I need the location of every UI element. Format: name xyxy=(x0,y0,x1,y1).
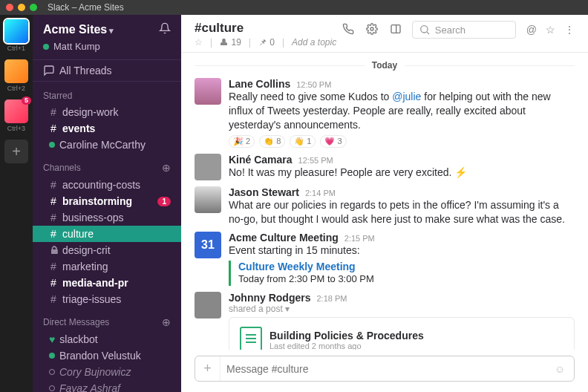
workspace-switcher[interactable]: Acme Sites xyxy=(43,23,114,36)
member-count[interactable]: 👤︎ 19 xyxy=(220,37,241,48)
sidebar-item-business-ops[interactable]: #business-ops xyxy=(33,209,181,226)
sidebar-dm-slackbot[interactable]: ♥︎slackbot xyxy=(33,331,181,347)
add-topic[interactable]: Add a topic xyxy=(292,37,336,48)
author[interactable]: Kiné Camara xyxy=(229,154,293,166)
timestamp: 12:55 PM xyxy=(298,156,333,165)
phone-icon[interactable] xyxy=(342,23,354,37)
author[interactable]: Johnny Rodgers xyxy=(229,292,310,304)
timestamp: 2:18 PM xyxy=(316,294,347,303)
sidebar-item-design-work[interactable]: #design-work xyxy=(33,104,181,120)
presence-icon xyxy=(43,44,49,50)
sidebar-dm[interactable]: Brandon Velustuk xyxy=(33,347,181,364)
team-switcher: Ctrl+1 Ctrl+2 5 Ctrl+3 + xyxy=(0,15,33,392)
message-composer: + ☺︎ xyxy=(195,356,575,382)
timestamp: 2:15 PM xyxy=(344,234,375,243)
message[interactable]: Jason Stewart2:14 PM What are our polici… xyxy=(181,183,588,229)
svg-point-0 xyxy=(370,27,373,30)
team-2[interactable] xyxy=(4,59,28,83)
reaction[interactable]: 👋1 xyxy=(290,135,316,148)
search-input[interactable]: Search xyxy=(412,21,516,39)
mention[interactable]: @julie xyxy=(392,91,421,102)
team-badge: 5 xyxy=(22,97,31,105)
team-shortcut: Ctrl+1 xyxy=(7,45,25,52)
reaction[interactable]: 💗3 xyxy=(320,135,346,148)
message-input[interactable] xyxy=(220,357,546,381)
unread-badge: 1 xyxy=(157,197,171,206)
sidebar-item-caroline[interactable]: Caroline McCarthy xyxy=(33,137,181,153)
team-shortcut: Ctrl+2 xyxy=(7,85,25,92)
message[interactable]: 31 Acme Culture Meeting2:15 PM Event sta… xyxy=(181,229,588,288)
author[interactable]: Lane Collins xyxy=(229,78,290,90)
sidebar-item-accounting[interactable]: #accounting-costs xyxy=(33,177,181,193)
window-minimize[interactable] xyxy=(18,4,25,11)
sidebar-item-media[interactable]: #media-and-pr xyxy=(33,275,181,291)
calendar-icon: 31 xyxy=(195,232,221,258)
threads-icon xyxy=(43,65,55,76)
add-channel-button[interactable]: ⊕ xyxy=(162,162,171,174)
message[interactable]: Lane Collins12:50 PM Really need to give… xyxy=(181,75,588,151)
window-title: Slack – Acme Sites xyxy=(48,2,124,13)
avatar[interactable] xyxy=(195,154,221,180)
post-attachment[interactable]: Building Policies & Procedures Last edit… xyxy=(229,317,575,350)
timestamp: 12:50 PM xyxy=(296,80,331,89)
message-text: No! It was my pleasure! People are very … xyxy=(229,166,575,180)
pin-count[interactable]: 📌︎ 0 xyxy=(258,37,275,48)
sidebar-item-events[interactable]: #events xyxy=(33,120,181,137)
message-text: What are our policies in regards to pets… xyxy=(229,198,575,226)
sidebar-item-design-crit[interactable]: 🔒︎design-crit xyxy=(33,242,181,258)
avatar[interactable] xyxy=(195,292,221,318)
main-pane: #culture ☆| 👤︎ 19| 📌︎ 0| Add a topic xyxy=(181,15,588,392)
author[interactable]: Acme Culture Meeting xyxy=(229,232,339,244)
bell-icon[interactable] xyxy=(159,22,171,36)
message-list[interactable]: Today Lane Collins12:50 PM Really need t… xyxy=(181,53,588,350)
timestamp: 2:14 PM xyxy=(305,189,336,197)
window-close[interactable] xyxy=(6,4,13,11)
sidebar-item-culture[interactable]: #culture xyxy=(33,226,181,242)
add-team-button[interactable]: + xyxy=(4,140,28,163)
new-dm-button[interactable]: ⊕ xyxy=(162,316,171,328)
starred-icon[interactable]: ☆ xyxy=(546,24,555,36)
author[interactable]: Jason Stewart xyxy=(229,186,299,198)
section-channels: Channels⊕ xyxy=(33,153,181,177)
section-dms: Direct Messages⊕ xyxy=(33,307,181,331)
title-bar: Slack – Acme Sites xyxy=(0,0,588,15)
reaction[interactable]: 👏8 xyxy=(259,135,285,148)
post-subtitle: Last edited 2 months ago xyxy=(270,342,424,350)
team-3[interactable]: 5 xyxy=(4,99,28,123)
mentions-icon[interactable]: @ xyxy=(526,24,537,36)
gear-icon[interactable] xyxy=(366,23,378,37)
avatar[interactable] xyxy=(195,186,221,213)
current-user[interactable]: Matt Kump xyxy=(33,41,181,59)
document-icon xyxy=(240,327,262,350)
message-text: Really need to give some Kudos to @julie… xyxy=(229,90,575,132)
team-shortcut: Ctrl+3 xyxy=(7,125,25,132)
toggle-details-icon[interactable] xyxy=(390,23,402,37)
sidebar-item-triage[interactable]: #triage-issues xyxy=(33,291,181,307)
channel-header: #culture ☆| 👤︎ 19| 📌︎ 0| Add a topic xyxy=(181,15,588,53)
post-title: Building Policies & Procedures xyxy=(270,330,424,342)
more-icon[interactable]: ⋮ xyxy=(564,24,575,36)
sidebar-item-marketing[interactable]: #marketing xyxy=(33,258,181,275)
sidebar: Acme Sites Matt Kump All Threads Starred… xyxy=(33,15,181,392)
svg-point-3 xyxy=(420,26,427,33)
emoji-button[interactable]: ☺︎ xyxy=(546,363,574,375)
message[interactable]: Kiné Camara12:55 PM No! It was my pleasu… xyxy=(181,151,588,183)
share-subtitle[interactable]: shared a post ▾ xyxy=(229,304,575,314)
message-text: Event starting in 15 minutes: xyxy=(229,244,575,258)
reaction[interactable]: 🎉2 xyxy=(229,135,255,148)
date-divider: Today xyxy=(181,60,588,71)
reactions: 🎉2 👏8 👋1 💗3 xyxy=(229,135,575,148)
attach-button[interactable]: + xyxy=(195,356,220,381)
channel-name[interactable]: #culture xyxy=(195,21,336,36)
message[interactable]: Johnny Rodgers2:18 PM shared a post ▾ Bu… xyxy=(181,289,588,350)
star-icon[interactable]: ☆ xyxy=(195,37,203,48)
team-1[interactable] xyxy=(4,19,28,43)
sidebar-item-brainstorming[interactable]: #brainstorming1 xyxy=(33,193,181,209)
all-threads[interactable]: All Threads xyxy=(33,59,181,82)
sidebar-dm[interactable]: Cory Bujnowicz xyxy=(33,364,181,380)
sidebar-dm[interactable]: Fayaz Ashraf xyxy=(33,380,181,392)
avatar[interactable] xyxy=(195,78,221,105)
window-zoom[interactable] xyxy=(30,4,37,11)
event-attachment[interactable]: Culture Weekly Meeting Today from 2:30 P… xyxy=(229,261,575,286)
search-icon xyxy=(419,24,431,36)
